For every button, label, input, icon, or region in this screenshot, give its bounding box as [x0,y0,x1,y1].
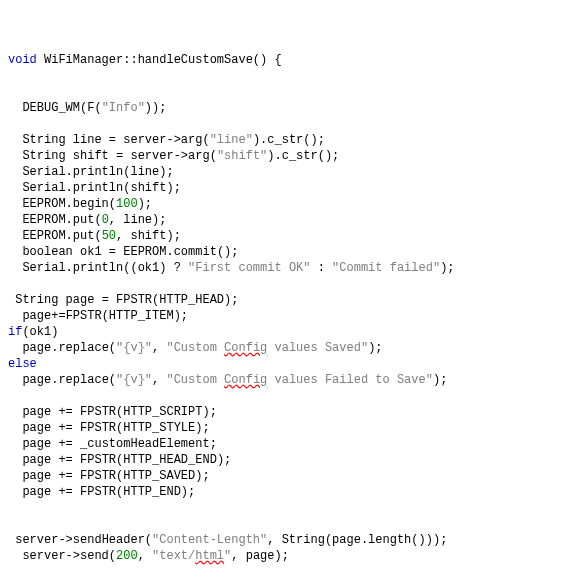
token-nm: FPSTR [66,309,102,323]
token-op: ) [51,325,58,339]
code-line[interactable]: page += _customHeadElement; [8,436,560,452]
token-nm: String page [8,293,102,307]
token-op: ( [94,213,101,227]
token-nm: length [368,533,411,547]
token-sq: html [195,549,224,563]
token-num: 0 [102,213,109,227]
token-nm: page [332,533,361,547]
code-line[interactable]: EEPROM.put(50, shift); [8,228,560,244]
code-line[interactable]: void WiFiManager::handleCustomSave() { [8,52,560,68]
token-op: ( [210,149,217,163]
token-op: ( [109,341,116,355]
code-line[interactable]: boolean ok1 = EEPROM.commit(); [8,244,560,260]
token-nm: server [116,133,166,147]
token-nm: String shift [8,149,116,163]
token-op: ( [109,373,116,387]
token-kw: else [8,357,37,371]
token-str: "text/ [152,549,195,563]
token-sq: Config [224,373,267,387]
code-line[interactable]: Serial.println(line); [8,164,560,180]
token-nm: FPSTR [73,421,116,435]
token-op: ( [145,533,152,547]
code-line[interactable] [8,516,560,532]
token-nm: page [8,373,51,387]
token-op: . [66,261,73,275]
token-nm: server [123,149,173,163]
code-line[interactable]: page += FPSTR(HTTP_SAVED); [8,468,560,484]
token-nm: FPSTR [73,485,116,499]
token-str: "Info" [102,101,145,115]
code-line[interactable]: page.replace("{v}", "Custom Config value… [8,372,560,388]
code-line[interactable]: server->sendHeader("Content-Length", Str… [8,532,560,548]
code-line[interactable]: String page = FPSTR(HTTP_HEAD); [8,292,560,308]
token-nm: line [130,165,159,179]
token-op: ); [440,261,454,275]
code-line[interactable]: EEPROM.begin(100); [8,196,560,212]
code-line[interactable]: page+=FPSTR(HTTP_ITEM); [8,308,560,324]
token-op: ( [22,325,29,339]
token-nm: server [8,533,58,547]
token-op: ); [166,181,180,195]
token-nm: Serial [8,181,66,195]
token-nm: Serial [8,261,66,275]
code-line[interactable]: page += FPSTR(HTTP_STYLE); [8,420,560,436]
token-nm: HTTP_ITEM [109,309,174,323]
token-op: , [109,213,123,227]
code-line[interactable]: String shift = server->arg("shift").c_st… [8,148,560,164]
code-line[interactable] [8,388,560,404]
token-nm: sendHeader [73,533,145,547]
token-nm: page [8,421,58,435]
code-line[interactable] [8,116,560,132]
code-line[interactable]: EEPROM.put(0, line); [8,212,560,228]
token-op: -> [66,549,80,563]
token-str: "Custom [166,341,224,355]
token-nm: c_str [267,133,303,147]
code-line[interactable] [8,564,560,579]
token-op: = [109,245,116,259]
token-nm: shift [130,181,166,195]
token-num: 50 [102,229,116,243]
token-nm: handleCustomSave [138,53,253,67]
token-str: "Content-Length" [152,533,267,547]
token-op: -> [174,149,188,163]
token-num: 100 [116,197,138,211]
token-op: : [310,261,332,275]
code-editor-content[interactable]: void WiFiManager::handleCustomSave() { D… [8,52,560,579]
token-nm: page [246,549,275,563]
token-op: (); [318,149,340,163]
code-line[interactable]: server->send(200, "text/html", page); [8,548,560,564]
token-nm: HTTP_SCRIPT [123,405,202,419]
token-nm: Serial [8,165,66,179]
code-line[interactable]: page += FPSTR(HTTP_END); [8,484,560,500]
code-line[interactable]: else [8,356,560,372]
code-line[interactable]: Serial.println((ok1) ? "First commit OK"… [8,260,560,276]
token-kw: if [8,325,22,339]
token-str: "line" [210,133,253,147]
token-op: ); [275,549,289,563]
token-op: ())); [411,533,447,547]
token-nm: FPSTR [73,405,116,419]
token-op: += [58,421,72,435]
token-nm: FPSTR [109,293,152,307]
token-nm: println [73,181,123,195]
token-nm: server [8,549,66,563]
token-op: ( [102,309,109,323]
code-line[interactable]: Serial.println(shift); [8,180,560,196]
code-line[interactable] [8,84,560,100]
token-nm: FPSTR [73,469,116,483]
code-line[interactable]: page += FPSTR(HTTP_SCRIPT); [8,404,560,420]
code-line[interactable]: if(ok1) [8,324,560,340]
token-op: ); [368,341,382,355]
token-nm: HTTP_HEAD [159,293,224,307]
code-line[interactable]: page.replace("{v}", "Custom Config value… [8,340,560,356]
code-line[interactable] [8,500,560,516]
token-op: ); [181,485,195,499]
code-line[interactable]: String line = server->arg("line").c_str(… [8,132,560,148]
code-line[interactable]: page += FPSTR(HTTP_HEAD_END); [8,452,560,468]
token-op: , [152,341,166,355]
token-op: ) ? [159,261,188,275]
code-line[interactable] [8,276,560,292]
code-line[interactable] [8,68,560,84]
code-line[interactable]: DEBUG_WM(F("Info")); [8,100,560,116]
token-nm: c_str [282,149,318,163]
